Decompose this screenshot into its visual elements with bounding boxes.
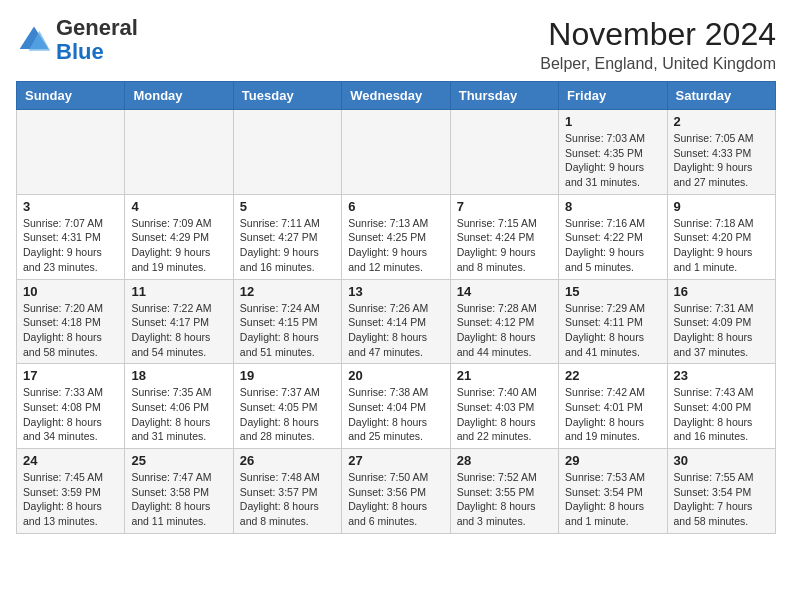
day-number: 19 [240,368,335,383]
day-info: Sunrise: 7:55 AM Sunset: 3:54 PM Dayligh… [674,470,769,529]
calendar-cell: 25Sunrise: 7:47 AM Sunset: 3:58 PM Dayli… [125,449,233,534]
day-info: Sunrise: 7:13 AM Sunset: 4:25 PM Dayligh… [348,216,443,275]
day-number: 7 [457,199,552,214]
weekday-header-tuesday: Tuesday [233,82,341,110]
day-info: Sunrise: 7:28 AM Sunset: 4:12 PM Dayligh… [457,301,552,360]
day-info: Sunrise: 7:40 AM Sunset: 4:03 PM Dayligh… [457,385,552,444]
calendar-cell [125,110,233,195]
calendar-cell [342,110,450,195]
calendar-cell: 18Sunrise: 7:35 AM Sunset: 4:06 PM Dayli… [125,364,233,449]
day-info: Sunrise: 7:18 AM Sunset: 4:20 PM Dayligh… [674,216,769,275]
calendar-cell: 21Sunrise: 7:40 AM Sunset: 4:03 PM Dayli… [450,364,558,449]
day-number: 5 [240,199,335,214]
calendar-cell: 20Sunrise: 7:38 AM Sunset: 4:04 PM Dayli… [342,364,450,449]
calendar-table: SundayMondayTuesdayWednesdayThursdayFrid… [16,81,776,534]
day-info: Sunrise: 7:03 AM Sunset: 4:35 PM Dayligh… [565,131,660,190]
page-header: General Blue November 2024 Belper, Engla… [16,16,776,73]
calendar-cell [17,110,125,195]
day-number: 8 [565,199,660,214]
logo-text: General Blue [56,16,138,64]
day-number: 29 [565,453,660,468]
calendar-cell: 13Sunrise: 7:26 AM Sunset: 4:14 PM Dayli… [342,279,450,364]
calendar-cell [233,110,341,195]
day-info: Sunrise: 7:16 AM Sunset: 4:22 PM Dayligh… [565,216,660,275]
logo: General Blue [16,16,138,64]
day-info: Sunrise: 7:26 AM Sunset: 4:14 PM Dayligh… [348,301,443,360]
weekday-header-sunday: Sunday [17,82,125,110]
calendar-cell: 19Sunrise: 7:37 AM Sunset: 4:05 PM Dayli… [233,364,341,449]
day-info: Sunrise: 7:45 AM Sunset: 3:59 PM Dayligh… [23,470,118,529]
day-number: 4 [131,199,226,214]
day-number: 22 [565,368,660,383]
day-number: 28 [457,453,552,468]
calendar-cell: 26Sunrise: 7:48 AM Sunset: 3:57 PM Dayli… [233,449,341,534]
calendar-cell: 5Sunrise: 7:11 AM Sunset: 4:27 PM Daylig… [233,194,341,279]
day-info: Sunrise: 7:37 AM Sunset: 4:05 PM Dayligh… [240,385,335,444]
weekday-header-friday: Friday [559,82,667,110]
calendar-cell: 27Sunrise: 7:50 AM Sunset: 3:56 PM Dayli… [342,449,450,534]
calendar-cell: 22Sunrise: 7:42 AM Sunset: 4:01 PM Dayli… [559,364,667,449]
day-number: 9 [674,199,769,214]
calendar-cell: 12Sunrise: 7:24 AM Sunset: 4:15 PM Dayli… [233,279,341,364]
day-info: Sunrise: 7:47 AM Sunset: 3:58 PM Dayligh… [131,470,226,529]
day-number: 11 [131,284,226,299]
day-info: Sunrise: 7:48 AM Sunset: 3:57 PM Dayligh… [240,470,335,529]
day-info: Sunrise: 7:11 AM Sunset: 4:27 PM Dayligh… [240,216,335,275]
calendar-cell: 3Sunrise: 7:07 AM Sunset: 4:31 PM Daylig… [17,194,125,279]
day-number: 23 [674,368,769,383]
day-number: 17 [23,368,118,383]
day-number: 12 [240,284,335,299]
calendar-cell: 16Sunrise: 7:31 AM Sunset: 4:09 PM Dayli… [667,279,775,364]
day-number: 14 [457,284,552,299]
day-number: 24 [23,453,118,468]
day-info: Sunrise: 7:33 AM Sunset: 4:08 PM Dayligh… [23,385,118,444]
day-info: Sunrise: 7:29 AM Sunset: 4:11 PM Dayligh… [565,301,660,360]
weekday-header-monday: Monday [125,82,233,110]
logo-icon [16,22,52,58]
day-number: 27 [348,453,443,468]
calendar-cell: 24Sunrise: 7:45 AM Sunset: 3:59 PM Dayli… [17,449,125,534]
calendar-cell: 30Sunrise: 7:55 AM Sunset: 3:54 PM Dayli… [667,449,775,534]
day-number: 20 [348,368,443,383]
location: Belper, England, United Kingdom [540,55,776,73]
day-number: 2 [674,114,769,129]
day-number: 26 [240,453,335,468]
day-info: Sunrise: 7:52 AM Sunset: 3:55 PM Dayligh… [457,470,552,529]
day-info: Sunrise: 7:07 AM Sunset: 4:31 PM Dayligh… [23,216,118,275]
calendar-cell: 17Sunrise: 7:33 AM Sunset: 4:08 PM Dayli… [17,364,125,449]
day-number: 15 [565,284,660,299]
calendar-cell: 4Sunrise: 7:09 AM Sunset: 4:29 PM Daylig… [125,194,233,279]
day-number: 3 [23,199,118,214]
day-number: 16 [674,284,769,299]
day-info: Sunrise: 7:50 AM Sunset: 3:56 PM Dayligh… [348,470,443,529]
day-info: Sunrise: 7:31 AM Sunset: 4:09 PM Dayligh… [674,301,769,360]
calendar-cell: 10Sunrise: 7:20 AM Sunset: 4:18 PM Dayli… [17,279,125,364]
calendar-cell: 8Sunrise: 7:16 AM Sunset: 4:22 PM Daylig… [559,194,667,279]
day-info: Sunrise: 7:09 AM Sunset: 4:29 PM Dayligh… [131,216,226,275]
day-number: 25 [131,453,226,468]
calendar-cell: 1Sunrise: 7:03 AM Sunset: 4:35 PM Daylig… [559,110,667,195]
calendar-cell: 9Sunrise: 7:18 AM Sunset: 4:20 PM Daylig… [667,194,775,279]
weekday-header-wednesday: Wednesday [342,82,450,110]
month-title: November 2024 [540,16,776,53]
day-info: Sunrise: 7:42 AM Sunset: 4:01 PM Dayligh… [565,385,660,444]
calendar-cell: 14Sunrise: 7:28 AM Sunset: 4:12 PM Dayli… [450,279,558,364]
day-number: 30 [674,453,769,468]
day-info: Sunrise: 7:22 AM Sunset: 4:17 PM Dayligh… [131,301,226,360]
calendar-cell: 15Sunrise: 7:29 AM Sunset: 4:11 PM Dayli… [559,279,667,364]
calendar-cell: 2Sunrise: 7:05 AM Sunset: 4:33 PM Daylig… [667,110,775,195]
day-info: Sunrise: 7:35 AM Sunset: 4:06 PM Dayligh… [131,385,226,444]
calendar-cell: 7Sunrise: 7:15 AM Sunset: 4:24 PM Daylig… [450,194,558,279]
day-info: Sunrise: 7:24 AM Sunset: 4:15 PM Dayligh… [240,301,335,360]
day-info: Sunrise: 7:15 AM Sunset: 4:24 PM Dayligh… [457,216,552,275]
calendar-cell: 28Sunrise: 7:52 AM Sunset: 3:55 PM Dayli… [450,449,558,534]
day-number: 21 [457,368,552,383]
day-info: Sunrise: 7:38 AM Sunset: 4:04 PM Dayligh… [348,385,443,444]
day-number: 6 [348,199,443,214]
calendar-cell [450,110,558,195]
day-info: Sunrise: 7:43 AM Sunset: 4:00 PM Dayligh… [674,385,769,444]
weekday-header-thursday: Thursday [450,82,558,110]
day-info: Sunrise: 7:20 AM Sunset: 4:18 PM Dayligh… [23,301,118,360]
day-info: Sunrise: 7:05 AM Sunset: 4:33 PM Dayligh… [674,131,769,190]
day-number: 10 [23,284,118,299]
